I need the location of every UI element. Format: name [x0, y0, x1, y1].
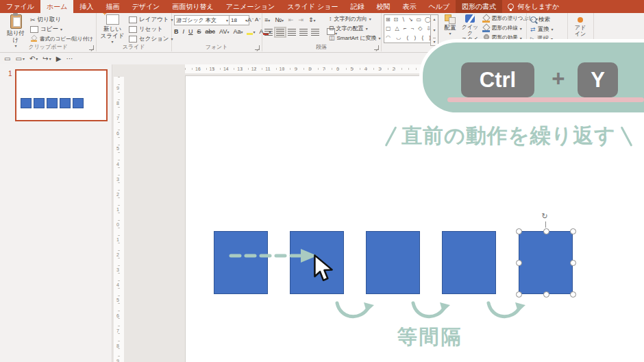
font-name-box[interactable]: 游ゴシック 本文 ▾ [174, 15, 230, 25]
reset-button[interactable]: リセット [129, 25, 163, 34]
tab-animations[interactable]: アニメーション [220, 0, 281, 13]
strikethrough-abc-button[interactable]: abc [206, 28, 216, 35]
text-direction-button[interactable]: ↕ 文字列の方向 ▾ [329, 14, 381, 23]
slide-number: 1 [8, 70, 12, 77]
char-spacing-button[interactable]: AV▾ [219, 28, 229, 35]
tab-insert[interactable]: 挿入 [73, 0, 99, 13]
shrink-font-button[interactable]: Aˇ [255, 15, 260, 24]
numbering-button[interactable]: №▾ [275, 16, 284, 23]
gallery-more-icon: ▾ [433, 38, 435, 44]
qat-view-normal-button[interactable]: ▭ [4, 55, 10, 62]
shapes-gallery-scrollbar[interactable]: ▴ ▾ ▾ [430, 14, 438, 46]
decrease-indent-button[interactable]: ⇤ [288, 16, 294, 23]
tab-slideshow[interactable]: スライド ショー [281, 0, 344, 13]
tab-review[interactable]: 校閲 [370, 0, 396, 13]
selection-handle[interactable] [516, 291, 522, 298]
shape-glyph-icon[interactable]: ⌐ [404, 26, 407, 32]
format-painter-button[interactable]: 書式のコピー/貼り付け [30, 34, 93, 43]
convert-smartart-button[interactable]: ◫ SmartArt に変換 ▾ [329, 34, 381, 42]
clipboard-dialog-launcher[interactable] [89, 45, 94, 50]
thumbnail-square [21, 98, 32, 108]
shape-glyph-icon[interactable]: ▭ [417, 17, 422, 23]
bullets-button[interactable]: ≡▾ [264, 16, 270, 23]
selection-handle[interactable] [570, 291, 576, 298]
align-left-button[interactable] [264, 29, 273, 36]
change-case-button[interactable]: Aa▾ [233, 28, 243, 35]
selection-handle[interactable] [516, 260, 522, 266]
paragraph-dialog-launcher[interactable] [374, 45, 379, 50]
shape-glyph-icon[interactable]: ( [407, 35, 409, 40]
shape-glyph-icon[interactable]: ◡ [396, 35, 401, 40]
strikethrough-button[interactable]: S [197, 28, 201, 35]
selection-handle[interactable] [543, 228, 549, 234]
blue-square-shape-4[interactable] [442, 231, 496, 294]
tab-transitions[interactable]: 画面切り替え [166, 0, 219, 13]
layout-button[interactable]: レイアウト ▾ [129, 15, 173, 24]
arrange-button[interactable]: 配置 ▾ [441, 14, 459, 36]
rotation-handle[interactable]: ↻ [541, 212, 549, 221]
distribute-button[interactable] [311, 29, 319, 36]
h-ruler-number: 10 [279, 67, 284, 71]
copy-button[interactable]: コピー ▾ [30, 25, 62, 34]
selection-handle[interactable] [543, 291, 549, 298]
tell-me-box[interactable]: 何をしますか [502, 0, 565, 13]
tab-record[interactable]: 記録 [344, 0, 370, 13]
line-spacing-button[interactable]: ⇕▾ [308, 16, 316, 23]
font-size-box[interactable]: 18 ▾ [229, 15, 249, 25]
tab-draw[interactable]: 描画 [99, 0, 125, 13]
tab-view[interactable]: 表示 [396, 0, 422, 13]
shape-glyph-icon[interactable]: { [421, 35, 423, 40]
align-center-button[interactable] [276, 29, 284, 36]
tab-help[interactable]: ヘルプ [422, 0, 456, 13]
addins-label-2: イン [575, 31, 586, 37]
qat-undo-button[interactable]: ↶▾ [29, 55, 38, 62]
shapes-gallery-row: ◠◡(){} [386, 35, 431, 40]
tab-home[interactable]: ホーム [40, 0, 73, 13]
tab-file[interactable]: ファイル [0, 0, 40, 13]
selection-handle[interactable] [570, 260, 576, 266]
thumbnail-square [34, 98, 45, 108]
chevron-down-icon: ▾ [227, 30, 229, 34]
increase-indent-button[interactable]: ⇥ [299, 16, 304, 23]
bold-button[interactable]: B [174, 28, 179, 35]
shape-glyph-icon[interactable]: ∖ [401, 17, 405, 23]
cut-button[interactable]: ✂ 切り取り [30, 15, 61, 24]
slide-thumbnail[interactable] [15, 69, 108, 121]
curved-arrow-annotation [485, 299, 528, 324]
section-button[interactable]: セクション ▾ [129, 34, 173, 43]
shape-glyph-icon[interactable]: ⊡ [394, 17, 399, 23]
tab-design[interactable]: デザイン [125, 0, 166, 13]
tab-shape-format[interactable]: 図形の書式 [456, 0, 502, 13]
grow-font-button[interactable]: Aˆ [247, 15, 253, 24]
qat-repeat-button[interactable]: ↪▾ [42, 55, 51, 62]
shape-glyph-icon[interactable]: ⊞ [386, 17, 391, 23]
find-button[interactable]: 検索 [530, 15, 550, 24]
replace-button[interactable]: ⇄ 置換 ▾ [530, 25, 554, 34]
copy-label: コピー [40, 25, 58, 34]
highlight-button[interactable]: ▾ [247, 28, 255, 35]
shape-glyph-icon[interactable]: △ [395, 26, 399, 32]
shapes-gallery[interactable]: ⊞⊡∖↘▭◯▢△⌐¬◇⇩◠◡(){} [384, 14, 433, 43]
selection-handle[interactable] [570, 228, 576, 234]
addins-button[interactable]: アド イン [567, 14, 593, 37]
vertical-ruler: 9876543210123456789 [114, 77, 124, 362]
selection-handle[interactable] [516, 228, 522, 234]
qat-more-commands-button[interactable]: ··· [66, 55, 73, 62]
shape-glyph-icon[interactable]: ◇ [418, 26, 422, 32]
justify-button[interactable] [299, 29, 308, 36]
new-slide-button[interactable]: 新しい スライド ▾ [99, 14, 126, 44]
underline-button[interactable]: U [188, 28, 193, 35]
qat-slide-layout-button[interactable]: ▭▾ [15, 55, 24, 62]
shape-glyph-icon[interactable]: ▢ [386, 26, 391, 32]
shape-glyph-icon[interactable]: ↘ [408, 17, 413, 23]
font-dialog-launcher[interactable] [255, 45, 260, 50]
shape-glyph-icon[interactable]: ¬ [410, 26, 414, 32]
shape-glyph-icon[interactable]: ) [414, 35, 416, 40]
qat-start-slideshow-button[interactable]: ▶ [56, 55, 62, 62]
blue-square-shape-3[interactable] [366, 231, 420, 294]
blue-square-shape-5[interactable] [519, 231, 573, 294]
align-right-button[interactable] [288, 29, 296, 36]
italic-button[interactable]: I [183, 28, 185, 35]
align-text-button[interactable]: ⊟ 文字の配置 ▾ [329, 24, 381, 32]
shape-glyph-icon[interactable]: ◠ [386, 35, 391, 40]
